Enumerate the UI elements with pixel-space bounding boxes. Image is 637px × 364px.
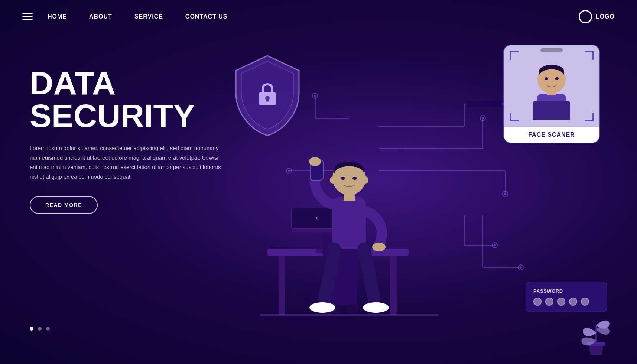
face-scanner-card: FACE SCANER	[503, 45, 600, 143]
password-dot-4	[569, 298, 577, 306]
svg-point-51	[372, 243, 386, 251]
password-card: PASSWORD	[526, 282, 607, 312]
nav-contact[interactable]: CONTACT US	[185, 13, 228, 20]
hero-description: Lorem ipsum dolor sit amet, consectetuer…	[30, 143, 223, 181]
password-dot-2	[545, 298, 553, 306]
svg-point-46	[341, 177, 345, 180]
hamburger-menu[interactable]	[22, 13, 33, 20]
navbar: HOME ABOUT SERVICE CONTACT US LOGO	[0, 0, 637, 33]
read-more-button[interactable]: READ MORE	[30, 196, 98, 214]
face-scanner-image	[504, 45, 599, 127]
scan-corner-br	[585, 113, 594, 121]
password-dots	[533, 298, 599, 306]
password-dot-1	[533, 298, 542, 306]
password-label: PASSWORD	[533, 288, 599, 294]
hero-content: DATA SECURITY Lorem ipsum dolor sit amet…	[30, 67, 223, 214]
svg-rect-32	[279, 256, 285, 315]
svg-point-23	[494, 244, 496, 246]
nav-links: HOME ABOUT SERVICE CONTACT US	[48, 13, 579, 20]
password-dot-5	[581, 298, 589, 306]
shield-icon	[230, 52, 305, 139]
svg-point-44	[330, 176, 336, 184]
svg-point-16	[314, 95, 316, 97]
svg-point-52	[309, 302, 335, 313]
dot-2[interactable]	[38, 327, 42, 331]
svg-rect-48	[344, 193, 355, 201]
svg-point-47	[352, 177, 357, 180]
face-scanner-label: FACE SCANER	[504, 127, 599, 143]
svg-point-8	[482, 117, 484, 119]
svg-rect-38	[347, 305, 358, 314]
dot-1[interactable]	[30, 327, 33, 331]
svg-point-53	[363, 302, 389, 313]
scan-corner-bl	[510, 113, 519, 121]
dot-3[interactable]	[46, 327, 50, 331]
svg-point-12	[504, 193, 506, 195]
scan-corner-tl	[510, 51, 519, 60]
svg-rect-30	[266, 98, 269, 102]
nav-about[interactable]: ABOUT	[89, 13, 112, 20]
carousel-dots	[30, 327, 50, 331]
desk-scene	[223, 104, 464, 357]
logo-label: LOGO	[596, 13, 615, 20]
scan-corner-tr	[585, 51, 594, 60]
nav-home[interactable]: HOME	[48, 13, 67, 20]
svg-point-27	[520, 266, 522, 269]
password-dot-3	[557, 298, 565, 306]
svg-point-45	[363, 176, 368, 184]
phone-notch	[540, 48, 563, 52]
logo-circle-icon	[579, 10, 592, 23]
hero-title: DATA SECURITY	[30, 67, 223, 132]
logo: LOGO	[579, 10, 615, 23]
svg-rect-33	[390, 256, 397, 315]
nav-service[interactable]: SERVICE	[134, 13, 163, 20]
svg-point-50	[309, 157, 321, 166]
scan-corners	[510, 51, 594, 121]
